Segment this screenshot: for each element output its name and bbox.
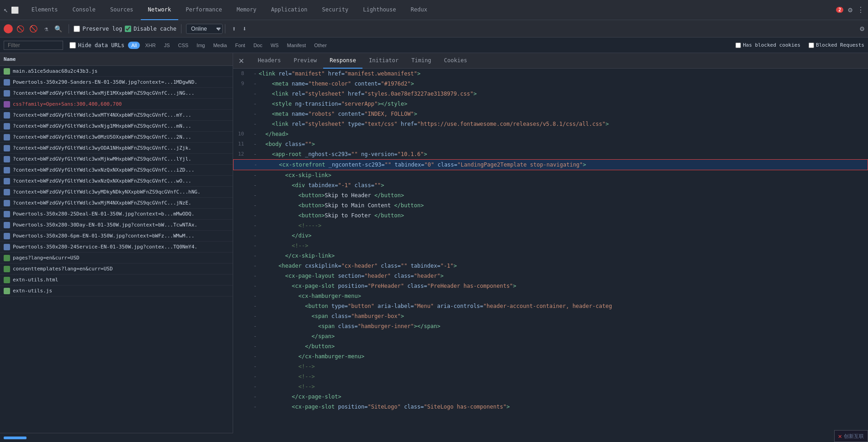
line-arrow: - [251, 382, 259, 391]
row-name: consenttemplates?lang=en&curr=USD [13, 266, 229, 272]
filter-input[interactable] [4, 41, 63, 50]
tab-initiator[interactable]: Initiator [362, 53, 405, 69]
code-line: 10 - </head> [233, 129, 868, 139]
row-name: ?context=bWFzdGVyfGltYWdlc3wxNzQxNXxpbWF… [13, 167, 229, 173]
list-item[interactable]: pages?lang=en&curr=USD [0, 253, 233, 264]
row-name: ?context=bWFzdGVyfGltYWdlc3wxMjE1MXxpbWF… [13, 90, 229, 96]
filter-type-js[interactable]: JS [161, 42, 173, 49]
response-tab-bar: Headers Preview Response Initiator Timin… [233, 53, 868, 69]
filter-type-font[interactable]: Font [232, 42, 248, 49]
more-icon[interactable]: ⋮ [857, 5, 864, 14]
tab-timing[interactable]: Timing [405, 53, 437, 69]
hide-data-urls-input[interactable] [69, 42, 76, 49]
filter-type-manifest[interactable]: Manifest [284, 42, 309, 49]
list-item[interactable]: Powertools-350x280-25Deal-EN-01-350W.jpg… [0, 209, 233, 220]
code-line: - <button>Skip to Header </button> [233, 190, 868, 200]
close-panel-button[interactable] [237, 56, 246, 65]
tab-response[interactable]: Response [323, 53, 362, 69]
list-item[interactable]: Powertools-350x290-Sanders-EN-01-350W.jp… [0, 77, 233, 88]
code-line-highlighted: - <cx-storefront _ngcontent-sc293="" tab… [233, 159, 868, 170]
list-item[interactable]: main.a51ce5duaac68u2c43b3.js [0, 66, 233, 77]
list-item[interactable]: ?context=bWFzdGVyfGltYWdlc3wyODA1NHxpbWF… [0, 143, 233, 154]
filter-type-img[interactable]: Img [193, 42, 208, 49]
has-blocked-cookies-input[interactable] [735, 43, 741, 48]
code-line: - <!----> [233, 221, 868, 231]
blocked-requests-input[interactable] [809, 43, 814, 48]
list-item[interactable]: ?context=bWFzdGVyfGltYWdlc3wxMjE1MXxpbWF… [0, 88, 233, 99]
line-arrow: - [251, 89, 259, 98]
line-arrow: - [251, 271, 259, 280]
tab-security[interactable]: Security [315, 0, 356, 20]
list-item[interactable]: ?context=bWFzdGVyfGltYWdlc3wxNjg1MHxpbWF… [0, 121, 233, 132]
tab-sources[interactable]: Sources [103, 0, 141, 20]
network-toolbar: 🚫 🚫 ⚗ 🔍 Preserve log Disable cache Onlin… [0, 20, 868, 38]
filter-icon[interactable]: ⚗ [43, 24, 50, 33]
list-item[interactable]: ?context=bWFzdGVyfGltYWdlc3wxMTY4NXxpbWF… [0, 110, 233, 121]
list-item[interactable]: Powertools-350x280-30Day-EN-01-350W.jpg?… [0, 220, 233, 231]
filter-type-doc[interactable]: Doc [250, 42, 266, 49]
record-button[interactable] [4, 24, 13, 33]
tab-network[interactable]: Network [141, 0, 179, 20]
filter-type-all[interactable]: All [128, 42, 140, 49]
preserve-log-input[interactable] [74, 26, 80, 32]
list-item[interactable]: Powertools-350x280-6pm-EN-01-350W.jpg?co… [0, 231, 233, 242]
row-type-icon [4, 233, 10, 239]
tab-cookies[interactable]: Cookies [437, 53, 474, 69]
list-item[interactable]: extn-utils.js [0, 286, 233, 296]
list-item[interactable]: ?context=bWFzdGVyfGltYWdlc3wxNzQxNXxpbWF… [0, 165, 233, 176]
list-item[interactable]: css?family=Open+Sans:300,400,600,700 [0, 99, 233, 110]
line-content: <cx-page-layout section="header" class="… [259, 271, 868, 280]
filter-type-media[interactable]: Media [210, 42, 230, 49]
settings-gear-icon[interactable]: ⚙ [860, 24, 864, 33]
list-item[interactable]: ?context=bWFzdGVyfGltYWdlc3w0MzU5OXxpbWF… [0, 132, 233, 143]
tab-memory[interactable]: Memory [229, 0, 264, 20]
progress-bar [4, 437, 27, 439]
list-item[interactable]: ?context=bWFzdGVyfGltYWdlc3wxMjkwMHxpbWF… [0, 154, 233, 165]
row-name: ?context=bWFzdGVyfGltYWdlc3wxNjg1MHxpbWF… [13, 123, 229, 129]
line-arrow: - [251, 221, 259, 230]
disable-cache-checkbox[interactable]: Disable cache [125, 26, 176, 32]
list-item[interactable]: ?context=bWFzdGVyfGltYWdlc3wxMjM4NXxpbWF… [0, 198, 233, 209]
row-name: ?context=bWFzdGVyfGltYWdlc3wxMjkwMHxpbWF… [13, 156, 229, 162]
list-item[interactable]: ?context=bWFzdGVyfGltYWdlc3wxNzQxNXxpbWF… [0, 176, 233, 187]
list-item[interactable]: Powertools-350x280-24Service-EN-01-350W.… [0, 242, 233, 253]
tab-preview[interactable]: Preview [288, 53, 324, 69]
line-number: 8 [233, 69, 251, 78]
list-item[interactable]: extn-utils.html [0, 275, 233, 286]
tab-console[interactable]: Console [65, 0, 103, 20]
blocked-requests-checkbox[interactable]: Blocked Requests [809, 42, 864, 48]
download-icon[interactable]: ⬇ [240, 24, 248, 34]
row-type-icon [4, 90, 10, 97]
line-arrow: - [251, 392, 259, 401]
list-item[interactable]: ?context=bWFzdGVyfGltYWdlc3wyMDkyNDkyNXx… [0, 187, 233, 198]
list-item[interactable]: consenttemplates?lang=en&curr=USD [0, 264, 233, 275]
line-content: <!--> [259, 241, 868, 250]
tab-redux[interactable]: Redux [404, 0, 435, 20]
filter-type-ws[interactable]: WS [267, 42, 282, 49]
hide-data-urls-checkbox[interactable]: Hide data URLs [69, 42, 124, 49]
stop-button[interactable]: 🚫 [16, 24, 25, 33]
filter-type-css[interactable]: CSS [175, 42, 192, 49]
throttle-select[interactable]: Online Fast 3G Slow 3G Offline [186, 24, 223, 34]
row-type-icon [4, 123, 10, 129]
row-name: Powertools-350x280-6pm-EN-01-350W.jpg?co… [13, 233, 229, 239]
disable-cache-input[interactable] [125, 26, 131, 32]
filter-type-xhr[interactable]: XHR [142, 42, 159, 49]
tab-lighthouse[interactable]: Lighthouse [356, 0, 403, 20]
code-line: - <!--> [233, 361, 868, 372]
row-name: main.a51ce5duaac68u2c43b3.js [13, 68, 229, 74]
clear-icon[interactable]: 🚫 [27, 24, 40, 34]
preserve-log-checkbox[interactable]: Preserve log [74, 26, 122, 32]
line-content: <cx-page-slot position="PreHeader" class… [259, 281, 868, 291]
settings-icon[interactable]: ⚙ [848, 5, 852, 14]
code-line: - </div> [233, 231, 868, 241]
tab-headers[interactable]: Headers [251, 53, 288, 69]
tab-application[interactable]: Application [264, 0, 314, 20]
search-icon[interactable]: 🔍 [53, 24, 64, 33]
has-blocked-cookies-checkbox[interactable]: Has blocked cookies [735, 42, 800, 48]
filter-type-other[interactable]: Other [311, 42, 330, 49]
code-view: 8 - <link rel="manifest" href="manifest.… [233, 69, 868, 412]
upload-icon[interactable]: ⬆ [230, 24, 238, 34]
tab-performance[interactable]: Performance [178, 0, 229, 20]
tab-elements[interactable]: Elements [24, 0, 65, 20]
